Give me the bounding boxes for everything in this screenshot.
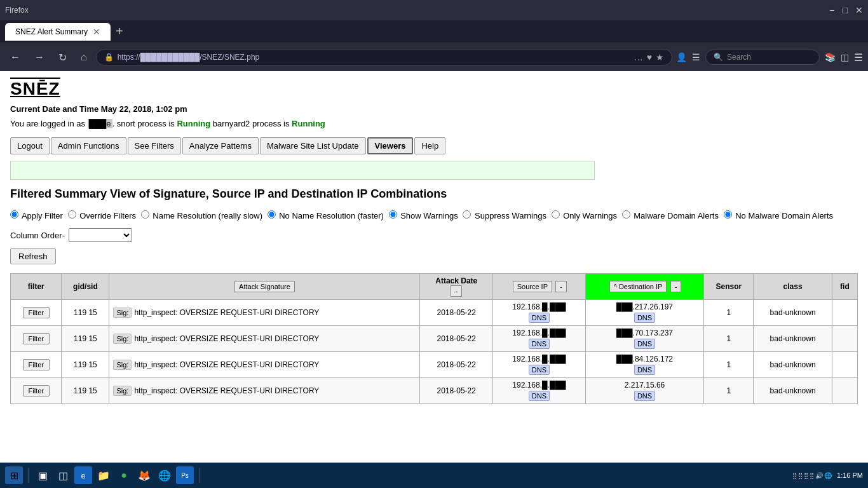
gid-sid-cell: 119 15 [62,378,109,404]
sync-icon[interactable]: 👤 [676,52,687,62]
taskbar-browser-icon2[interactable]: 🌐 [156,466,173,484]
apply-filter-label: Apply Filter [22,211,63,220]
tray-icon-5: 🔊 [815,472,823,479]
close-button[interactable]: ✕ [855,5,863,15]
nav-see-filters-button[interactable]: See Filters [128,137,181,154]
page-content: SNĒZ Current Date and Time May 22, 2018,… [0,71,868,488]
th-attack-sig[interactable]: Attack Signature [109,274,420,300]
nav-help-button[interactable]: Help [414,137,445,154]
taskbar-icon-2[interactable]: ◫ [54,466,72,484]
system-tray: ⣿ ⣿ ⣿ ⣿ 🔊 🌐 1:16 PM [792,471,863,479]
filter-button[interactable]: Filter [23,385,50,396]
th-dest-ip: ^ Destination IP - [585,274,704,300]
suppress-warnings-option[interactable]: Suppress Warnings [463,211,548,220]
snort-label: snort process is [117,119,175,128]
fid-cell [832,326,857,352]
filter-button[interactable]: Filter [23,333,50,344]
new-tab-button[interactable]: + [116,24,123,39]
nav-malware-site-button[interactable]: Malware Site List Update [260,137,366,154]
no-name-resolution-radio[interactable] [268,210,276,219]
more-options-icon[interactable]: … [634,52,643,62]
column-order-select[interactable] [69,228,132,242]
attack-date-cell: 2018-05-22 [420,300,493,326]
source-dns-label: DNS [529,365,550,375]
windows-taskbar: ⊞ ▣ ◫ e 📁 ● 🦊 🌐 Ps ⣿ ⣿ ⣿ ⣿ 🔊 🌐 1:16 PM [0,463,868,488]
reload-button[interactable]: ↻ [53,49,72,66]
filter-button[interactable]: Filter [23,307,50,318]
search-box[interactable]: 🔍 Search [705,50,820,65]
start-button[interactable]: ⊞ [5,466,23,484]
class-cell: bad-unknown [754,352,832,378]
apply-filter-option[interactable]: Apply Filter [10,211,65,220]
attack-sig-sort-button[interactable]: Attack Signature [234,281,295,292]
minimize-button[interactable]: − [829,5,834,15]
filter-button[interactable]: Filter [23,359,50,370]
malware-domain-radio[interactable] [622,210,630,219]
sidebar-icon[interactable]: ◫ [841,52,849,62]
nav-admin-functions-button[interactable]: Admin Functions [51,137,126,154]
only-warnings-option[interactable]: Only Warnings [552,211,620,220]
tray-time: 1:16 PM [837,471,863,479]
signature-cell: Sig: http_inspect: OVERSIZE REQUEST-URI … [109,326,420,352]
only-warnings-radio[interactable] [552,210,560,219]
gid-sid-cell: 119 15 [62,352,109,378]
fid-cell [832,378,857,404]
home-button[interactable]: ⌂ [76,49,92,65]
tray-icon-3: ⣿ [804,472,808,479]
no-name-resolution-option[interactable]: No Name Resolution (faster) [268,211,386,220]
search-label: Search [727,53,751,62]
nav-analyze-patterns-button[interactable]: Analyze Patterns [182,137,259,154]
table-row: Filter 119 15 Sig: http_inspect: OVERSIZ… [11,300,858,326]
name-resolution-radio[interactable] [141,210,149,219]
active-tab[interactable]: SNEZ Alert Summary ✕ [5,23,111,41]
apply-filter-radio[interactable] [10,210,18,219]
bookmark-icon[interactable]: ♥ [647,52,652,62]
taskbar-folder-icon[interactable]: 📁 [95,466,112,484]
source-ip-addr: 192.168.█.███ [512,381,566,390]
barnyard-status: Running [292,119,325,128]
no-malware-domain-option[interactable]: No Malware Domain Alerts [724,211,834,220]
taskbar-ps-icon[interactable]: Ps [176,466,194,484]
address-bar[interactable]: 🔒 https://███████████/SNEZ/SNEZ.php … ♥ … [96,49,672,65]
suppress-warnings-radio[interactable] [463,210,471,219]
show-warnings-option[interactable]: Show Warnings [389,211,461,220]
library-icon[interactable]: 📚 [825,52,836,62]
refresh-button[interactable]: Refresh [10,248,56,264]
name-resolution-option[interactable]: Name Resolution (really slow) [141,211,265,220]
taskbar-ie-icon[interactable]: e [74,466,92,484]
source-minus-button[interactable]: - [555,281,567,292]
url-display: https://███████████/SNEZ/SNEZ.php [118,53,260,62]
filter-cell: Filter [11,300,62,326]
menu-icon[interactable]: ☰ [854,51,863,64]
taskbar-icon-1[interactable]: ▣ [34,466,51,484]
override-filters-radio[interactable] [68,210,76,219]
dest-minus-button[interactable]: - [670,281,682,292]
attack-date-cell: 2018-05-22 [420,326,493,352]
search-icon: 🔍 [714,53,723,62]
source-ip-sort-button[interactable]: Source IP [513,281,552,292]
maximize-button[interactable]: □ [843,5,848,15]
malware-domain-option[interactable]: Malware Domain Alerts [622,211,721,220]
taskbar-chrome-icon[interactable]: ● [115,466,133,484]
taskbar-firefox-icon[interactable]: 🦊 [135,466,153,484]
attack-date-minus-button[interactable]: - [451,285,462,297]
source-ip-cell: 192.168.█.███ DNS [493,378,586,404]
current-date: Current Date and Time May 22, 2018, 1:02… [10,104,858,114]
dest-ip-sort-button[interactable]: ^ Destination IP [609,281,667,292]
show-warnings-radio[interactable] [389,210,397,219]
star-icon[interactable]: ★ [656,52,664,62]
taskbar-separator [28,468,29,483]
tab-close-button[interactable]: ✕ [93,27,100,37]
no-malware-domain-radio[interactable] [724,210,732,219]
bookmarks-icon[interactable]: ☰ [692,52,700,62]
back-button[interactable]: ← [5,49,25,65]
site-title: SNĒZ [10,79,858,99]
override-filters-option[interactable]: Override Filters [68,211,139,220]
th-class: class [754,274,832,300]
attack-date-cell: 2018-05-22 [420,352,493,378]
nav-logout-button[interactable]: Logout [10,137,50,154]
nav-viewers-button[interactable]: Viewers [367,137,414,154]
dest-ip-addr: ███.84.126.172 [616,355,673,363]
forward-button[interactable]: → [29,49,50,65]
window-controls[interactable]: − □ ✕ [829,5,863,15]
